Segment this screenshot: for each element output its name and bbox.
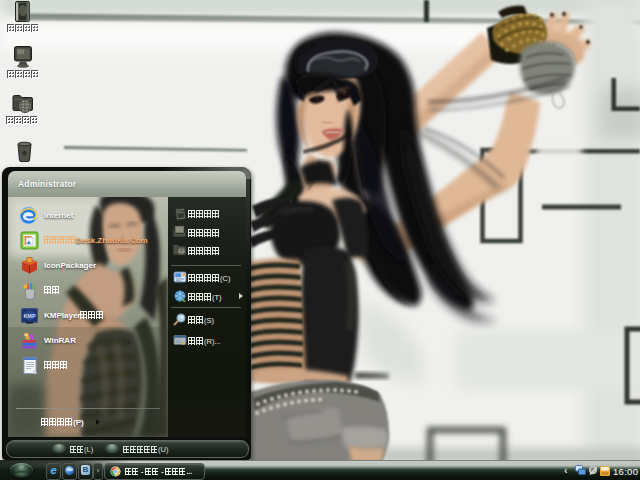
svg-text:KMP: KMP (23, 313, 36, 319)
